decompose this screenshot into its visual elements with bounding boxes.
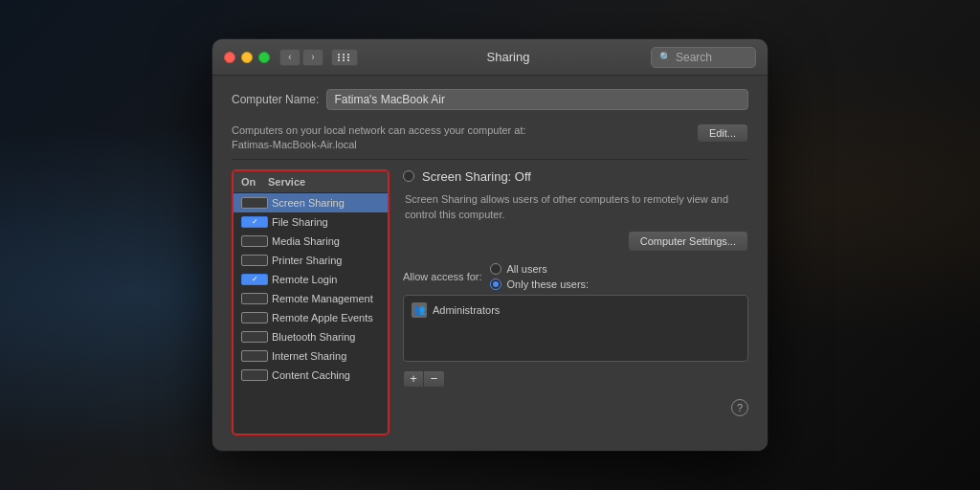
- col-service-header: Service: [268, 176, 305, 188]
- remove-user-button[interactable]: −: [424, 370, 445, 388]
- network-address-row: Computers on your local network can acce…: [232, 123, 748, 160]
- checkbox-printer-sharing[interactable]: [241, 255, 268, 266]
- main-content: On Service Screen Sharing File Sharing: [232, 169, 748, 435]
- user-name-administrators: Administrators: [433, 304, 500, 316]
- all-users-radio-item[interactable]: All users: [490, 263, 590, 275]
- service-header: On Service: [234, 171, 388, 193]
- service-panel: On Service Screen Sharing File Sharing: [232, 169, 390, 435]
- user-row-administrators[interactable]: 👥 Administrators: [408, 300, 744, 321]
- checkbox-bluetooth-sharing[interactable]: [241, 331, 268, 343]
- only-users-label: Only these users:: [507, 278, 590, 290]
- only-users-radio[interactable]: [490, 278, 501, 290]
- checkbox-file-sharing[interactable]: [241, 216, 268, 228]
- service-item-content-caching[interactable]: Content Caching: [234, 366, 388, 385]
- service-item-internet-sharing[interactable]: Internet Sharing: [234, 346, 388, 366]
- service-name-media-sharing: Media Sharing: [272, 235, 340, 247]
- add-user-button[interactable]: +: [403, 370, 424, 388]
- all-users-label: All users: [507, 263, 547, 275]
- maximize-button[interactable]: [258, 52, 270, 63]
- traffic-lights: [224, 52, 270, 63]
- service-item-screen-sharing[interactable]: Screen Sharing: [234, 193, 388, 212]
- screen-sharing-title: Screen Sharing: Off: [422, 169, 531, 184]
- service-item-remote-login[interactable]: Remote Login: [234, 270, 388, 289]
- search-bar[interactable]: 🔍 Search: [651, 47, 756, 68]
- checkbox-remote-apple-events[interactable]: [241, 312, 268, 323]
- service-name-remote-management: Remote Management: [272, 293, 373, 304]
- screen-sharing-radio[interactable]: [403, 170, 414, 182]
- network-address-text: Computers on your local network can acce…: [232, 123, 691, 153]
- service-name-content-caching: Content Caching: [272, 369, 350, 381]
- allow-access-label: Allow access for:: [403, 271, 482, 282]
- window-title: Sharing: [366, 50, 651, 64]
- checkbox-remote-management[interactable]: [241, 293, 268, 304]
- bottom-help: ?: [403, 395, 748, 416]
- back-button[interactable]: ‹: [279, 49, 301, 66]
- checkbox-remote-login[interactable]: [241, 274, 268, 285]
- allow-access-section: Allow access for: All users Only these u…: [403, 263, 748, 388]
- service-item-remote-management[interactable]: Remote Management: [234, 289, 388, 308]
- users-controls: + −: [403, 370, 748, 388]
- service-name-internet-sharing: Internet Sharing: [272, 350, 346, 362]
- service-item-file-sharing[interactable]: File Sharing: [234, 212, 388, 232]
- service-name-screen-sharing: Screen Sharing: [272, 197, 345, 209]
- user-icon: 👥: [412, 302, 427, 318]
- service-item-bluetooth-sharing[interactable]: Bluetooth Sharing: [234, 327, 388, 346]
- service-list: Screen Sharing File Sharing Media Sharin…: [234, 193, 388, 434]
- close-button[interactable]: [224, 52, 235, 63]
- title-bar: ‹ › Sharing 🔍 Search: [212, 39, 768, 76]
- computer-name-row: Computer Name:: [232, 89, 748, 114]
- sharing-window: ‹ › Sharing 🔍 Search Computer Name: Comp…: [212, 39, 768, 451]
- search-icon: 🔍: [659, 52, 671, 62]
- service-name-bluetooth-sharing: Bluetooth Sharing: [272, 331, 355, 343]
- screen-sharing-header: Screen Sharing: Off: [403, 169, 748, 184]
- checkbox-screen-sharing[interactable]: [241, 197, 268, 209]
- minimize-button[interactable]: [241, 52, 253, 63]
- checkbox-internet-sharing[interactable]: [241, 350, 268, 362]
- service-name-remote-apple-events: Remote Apple Events: [272, 312, 373, 323]
- service-name-remote-login: Remote Login: [272, 274, 338, 285]
- grid-icon: [338, 54, 351, 61]
- service-name-file-sharing: File Sharing: [272, 216, 328, 228]
- service-name-printer-sharing: Printer Sharing: [272, 255, 342, 266]
- nav-buttons: ‹ ›: [279, 49, 323, 66]
- window-body: Computer Name: Computers on your local n…: [212, 76, 768, 451]
- checkbox-content-caching[interactable]: [241, 369, 268, 381]
- only-users-radio-item[interactable]: Only these users:: [490, 278, 590, 290]
- checkbox-media-sharing[interactable]: [241, 235, 268, 247]
- users-list-box: 👥 Administrators: [403, 295, 748, 362]
- computer-name-input[interactable]: [326, 89, 748, 110]
- allow-access-row: Allow access for: All users Only these u…: [403, 263, 748, 290]
- help-button[interactable]: ?: [731, 399, 748, 416]
- computer-settings-button[interactable]: Computer Settings...: [628, 231, 748, 252]
- all-users-radio[interactable]: [490, 263, 501, 275]
- service-item-remote-apple-events[interactable]: Remote Apple Events: [234, 308, 388, 327]
- grid-button[interactable]: [331, 49, 358, 66]
- radio-group: All users Only these users:: [490, 263, 590, 290]
- service-item-printer-sharing[interactable]: Printer Sharing: [234, 251, 388, 270]
- service-item-media-sharing[interactable]: Media Sharing: [234, 232, 388, 251]
- edit-button[interactable]: Edit...: [697, 123, 748, 143]
- search-placeholder: Search: [676, 51, 712, 64]
- forward-button[interactable]: ›: [302, 49, 323, 66]
- computer-name-label: Computer Name:: [232, 93, 319, 106]
- screen-sharing-desc: Screen Sharing allows users of other com…: [403, 191, 748, 223]
- right-panel: Screen Sharing: Off Screen Sharing allow…: [403, 169, 748, 435]
- col-on-header: On: [241, 176, 268, 188]
